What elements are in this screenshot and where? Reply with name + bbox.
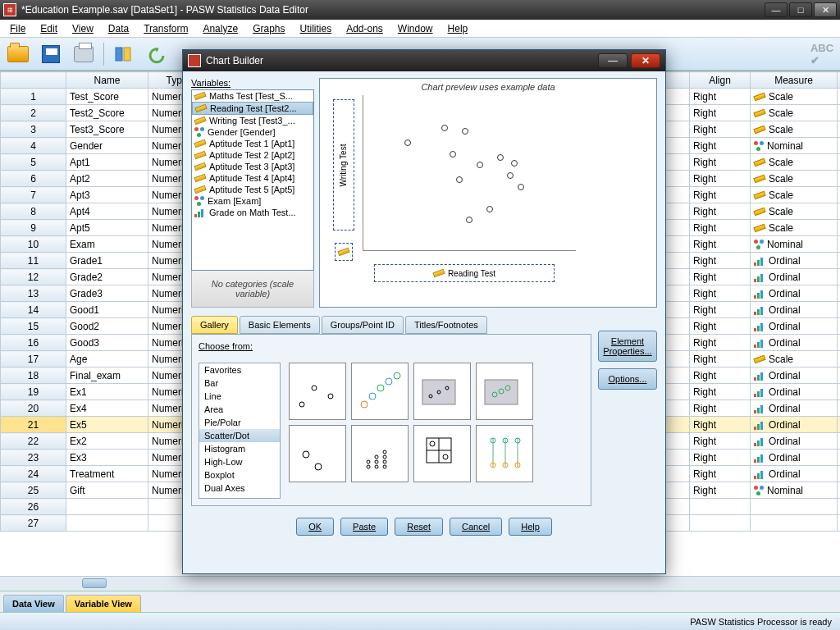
cell-name[interactable]: Grade2 bbox=[66, 269, 148, 285]
minimize-button[interactable]: — bbox=[765, 2, 788, 17]
gallery-thumb[interactable] bbox=[413, 425, 471, 482]
cell-measure[interactable]: Ordinal bbox=[751, 417, 838, 433]
cell-name[interactable]: Gender bbox=[66, 138, 148, 154]
cell-name[interactable]: Ex4 bbox=[66, 400, 148, 417]
cell-measure[interactable]: Ordinal bbox=[751, 450, 838, 466]
x-axis-dropzone[interactable]: Reading Test bbox=[374, 264, 555, 282]
cell-measure[interactable]: Nominal bbox=[751, 138, 838, 154]
cell-align[interactable]: Right bbox=[690, 171, 751, 187]
row-header[interactable]: 24 bbox=[1, 466, 66, 482]
cell-measure[interactable]: Scale bbox=[751, 351, 838, 368]
gallery-category[interactable]: High-Low bbox=[199, 455, 280, 468]
cell-measure[interactable]: Ordinal bbox=[751, 400, 838, 417]
cell-measure[interactable]: Ordinal bbox=[751, 384, 838, 400]
open-button[interactable] bbox=[5, 41, 31, 67]
cell-align[interactable]: Right bbox=[690, 368, 751, 384]
row-header[interactable]: 6 bbox=[1, 171, 66, 187]
reset-button[interactable]: Reset bbox=[395, 518, 443, 536]
cell-name[interactable]: Exam bbox=[66, 236, 148, 253]
row-header[interactable]: 3 bbox=[1, 121, 66, 138]
cell-measure[interactable]: Scale bbox=[751, 203, 838, 220]
variables-list[interactable]: Maths Test [Test_S...Reading Test [Test2… bbox=[191, 89, 314, 271]
cell-align[interactable]: Right bbox=[690, 482, 751, 499]
cell-name[interactable]: Ex1 bbox=[66, 384, 148, 400]
menu-data[interactable]: Data bbox=[102, 21, 135, 36]
cell-name[interactable]: Age bbox=[66, 351, 148, 368]
cell-name[interactable]: Apt5 bbox=[66, 220, 148, 236]
y-axis-dropzone[interactable]: Writing Test bbox=[333, 99, 354, 231]
gallery-category[interactable]: Bar bbox=[199, 377, 280, 390]
cell-name[interactable]: Treatment bbox=[66, 466, 148, 482]
cell-name[interactable]: Good2 bbox=[66, 318, 148, 335]
col-align[interactable]: Align bbox=[690, 72, 751, 89]
cell-align[interactable]: Right bbox=[690, 466, 751, 482]
cell-align[interactable]: Right bbox=[690, 203, 751, 220]
help-button[interactable]: Help bbox=[509, 518, 552, 536]
cell-name[interactable]: Apt1 bbox=[66, 154, 148, 171]
cell-name[interactable]: Ex2 bbox=[66, 433, 148, 450]
tab-data-view[interactable]: Data View bbox=[3, 595, 64, 612]
cell-measure[interactable] bbox=[751, 515, 838, 532]
cell-align[interactable]: Right bbox=[690, 105, 751, 121]
cell-measure[interactable]: Scale bbox=[751, 105, 838, 121]
gallery-category[interactable]: Pie/Polar bbox=[199, 416, 280, 429]
cell-name[interactable]: Final_exam bbox=[66, 368, 148, 384]
row-header[interactable]: 23 bbox=[1, 450, 66, 466]
cell-align[interactable]: Right bbox=[690, 433, 751, 450]
cell-measure[interactable]: Ordinal bbox=[751, 466, 838, 482]
row-header[interactable]: 13 bbox=[1, 285, 66, 302]
row-header[interactable]: 20 bbox=[1, 400, 66, 417]
undo-button[interactable] bbox=[144, 41, 170, 67]
cell-measure[interactable]: Scale bbox=[751, 220, 838, 236]
cell-align[interactable] bbox=[690, 499, 751, 515]
cell-name[interactable]: Ex5 bbox=[66, 417, 148, 433]
cancel-button[interactable]: Cancel bbox=[450, 518, 502, 536]
cell-align[interactable]: Right bbox=[690, 154, 751, 171]
variable-item[interactable]: Maths Test [Test_S... bbox=[192, 90, 313, 102]
cell-align[interactable]: Right bbox=[690, 253, 751, 269]
gallery-thumb[interactable] bbox=[351, 425, 409, 482]
row-header[interactable]: 15 bbox=[1, 318, 66, 335]
recall-button[interactable] bbox=[111, 41, 137, 67]
ok-button[interactable]: OK bbox=[296, 518, 334, 536]
cell-measure[interactable]: Ordinal bbox=[751, 269, 838, 285]
row-header[interactable]: 19 bbox=[1, 384, 66, 400]
variable-item[interactable]: Grade on Math Test... bbox=[192, 207, 313, 218]
cell-name[interactable]: Apt3 bbox=[66, 187, 148, 203]
col-name[interactable]: Name bbox=[66, 72, 148, 89]
cell-measure[interactable]: Scale bbox=[751, 154, 838, 171]
row-header[interactable]: 1 bbox=[1, 89, 66, 105]
print-button[interactable] bbox=[71, 41, 97, 67]
cell-align[interactable]: Right bbox=[690, 138, 751, 154]
menu-addons[interactable]: Add-ons bbox=[340, 21, 390, 36]
cell-align[interactable]: Right bbox=[690, 269, 751, 285]
menu-edit[interactable]: Edit bbox=[34, 21, 64, 36]
close-button[interactable]: ✕ bbox=[814, 2, 837, 17]
menu-view[interactable]: View bbox=[66, 21, 100, 36]
horizontal-scrollbar[interactable] bbox=[0, 576, 840, 591]
cell-name[interactable]: Gift bbox=[66, 482, 148, 499]
cell-name[interactable] bbox=[66, 499, 148, 515]
dialog-minimize-button[interactable]: — bbox=[598, 53, 628, 68]
chart-preview[interactable]: Chart preview uses example data Writing … bbox=[319, 78, 657, 308]
variable-item[interactable]: Aptitude Test 1 [Apt1] bbox=[192, 138, 313, 149]
menu-transform[interactable]: Transform bbox=[137, 21, 194, 36]
gallery-category[interactable]: Boxplot bbox=[199, 468, 280, 482]
cell-align[interactable]: Right bbox=[690, 400, 751, 417]
menu-file[interactable]: File bbox=[3, 21, 32, 36]
cell-name[interactable]: Apt2 bbox=[66, 171, 148, 187]
variable-item[interactable]: Aptitude Test 3 [Apt3] bbox=[192, 161, 313, 172]
row-header[interactable]: 18 bbox=[1, 368, 66, 384]
cell-measure[interactable]: Ordinal bbox=[751, 302, 838, 318]
cell-measure[interactable]: Scale bbox=[751, 121, 838, 138]
cell-measure[interactable]: Ordinal bbox=[751, 433, 838, 450]
row-header[interactable]: 14 bbox=[1, 302, 66, 318]
cell-name[interactable]: Apt4 bbox=[66, 203, 148, 220]
row-header[interactable]: 10 bbox=[1, 236, 66, 253]
cell-align[interactable]: Right bbox=[690, 318, 751, 335]
menu-graphs[interactable]: Graphs bbox=[246, 21, 291, 36]
col-measure[interactable]: Measure bbox=[751, 72, 838, 89]
row-header[interactable]: 9 bbox=[1, 220, 66, 236]
cell-measure[interactable]: Nominal bbox=[751, 236, 838, 253]
paste-button[interactable]: Paste bbox=[340, 518, 388, 536]
